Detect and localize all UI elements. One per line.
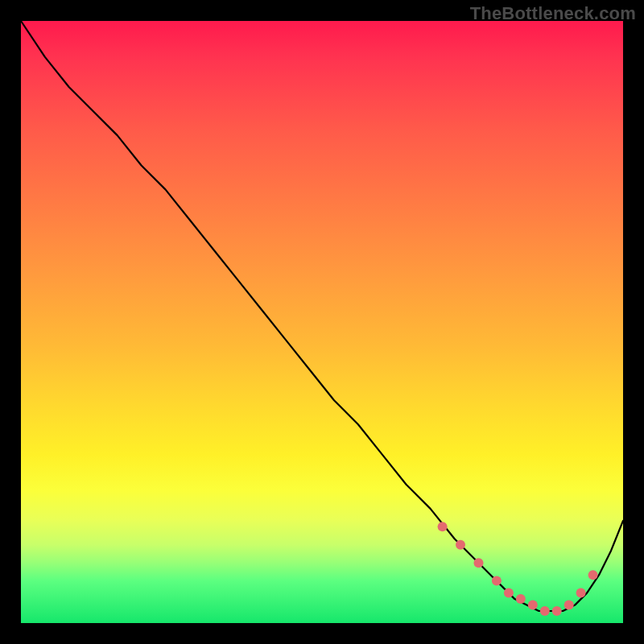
chart-frame: TheBottleneck.com xyxy=(0,0,644,644)
marker-point xyxy=(564,601,574,610)
marker-point xyxy=(492,576,502,586)
marker-point xyxy=(516,594,526,604)
marker-point xyxy=(576,588,586,598)
marker-point xyxy=(438,522,448,531)
marker-point xyxy=(456,540,465,550)
watermark-text: TheBottleneck.com xyxy=(470,3,636,24)
marker-point xyxy=(504,588,514,598)
plot-area xyxy=(21,21,623,623)
marker-point xyxy=(474,558,484,568)
curve-layer xyxy=(21,21,623,623)
marker-point xyxy=(540,606,550,616)
marker-point xyxy=(528,601,538,610)
marker-point xyxy=(588,570,598,580)
bottleneck-curve xyxy=(21,21,623,611)
highlight-markers xyxy=(438,522,598,616)
marker-point xyxy=(552,606,562,616)
